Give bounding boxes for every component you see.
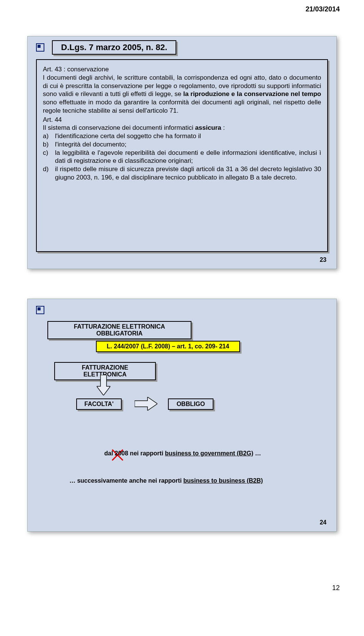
art44-intro: Il sistema di conservazione dei document… — [43, 124, 321, 132]
slides-wrap: D.Lgs. 7 marzo 2005, n. 82. Art. 43 : co… — [0, 13, 364, 576]
facolta-box: FACOLTA' — [76, 398, 122, 410]
b2g-u: business to government (B2G) — [165, 450, 253, 457]
svg-marker-0 — [97, 375, 110, 395]
corner-square-icon — [36, 43, 44, 52]
slide-title-box: D.Lgs. 7 marzo 2005, n. 82. — [52, 40, 176, 55]
list-text: il rispetto delle misure di sicurezza pr… — [55, 165, 321, 181]
slide-title: D.Lgs. 7 marzo 2005, n. 82. — [61, 43, 167, 52]
art43-body: I documenti degli archivi, le scritture … — [43, 74, 321, 115]
list-marker: d) — [43, 165, 53, 173]
document-page-number: 12 — [0, 576, 364, 607]
b2g-pre: dal — [104, 450, 115, 457]
b2g-line: dal 2008 nei rapporti business to govern… — [104, 450, 314, 457]
list-item: d)il rispetto delle misure di sicurezza … — [43, 165, 321, 182]
list-marker: b) — [43, 140, 53, 149]
b2g-mid: nei rapporti — [128, 450, 165, 457]
list-item: b)l'integrità del documento; — [43, 140, 321, 149]
b2b-pre: … successivamente anche nei rapporti — [69, 477, 184, 484]
list-text: la leggibilità e l'agevole reperibilità … — [55, 149, 321, 165]
arrow-down-icon — [97, 375, 110, 395]
header-box: FATTURAZIONE ELETTRONICA OBBLIGATORIA — [47, 321, 191, 339]
b2g-year: 2008 — [115, 450, 129, 457]
corner-square-icon — [36, 306, 44, 314]
b2b-line: … successivamente anche nei rapporti bus… — [69, 477, 314, 484]
slide-page-number: 23 — [320, 257, 326, 263]
slide-content-box: Art. 43 : conservazione I documenti degl… — [36, 59, 328, 252]
list-text: l'identificazione certa del soggetto che… — [55, 132, 201, 140]
b2b-u: business to business (B2B) — [184, 477, 263, 484]
list-marker: c) — [43, 149, 53, 157]
slide-23: D.Lgs. 7 marzo 2005, n. 82. Art. 43 : co… — [27, 36, 337, 269]
list-item: a)l'identificazione certa del soggetto c… — [43, 132, 321, 140]
b2g-end: … — [253, 450, 261, 457]
art43-label: Art. 43 : conservazione — [43, 65, 321, 74]
svg-marker-1 — [135, 397, 157, 411]
page-date: 21/03/2014 — [0, 0, 364, 13]
slide-page-number: 24 — [320, 519, 326, 526]
slide-24: FATTURAZIONE ELETTRONICA OBBLIGATORIA L.… — [27, 299, 337, 532]
list-item: c)la leggibilità e l'agevole reperibilit… — [43, 149, 321, 165]
obbligo-box: OBBLIGO — [168, 398, 213, 410]
art44-list: a)l'identificazione certa del soggetto c… — [43, 132, 321, 182]
list-text: l'integrità del documento; — [55, 141, 126, 148]
art44-label: Art. 44 — [43, 116, 321, 124]
art44-intro-text: Il sistema di conservazione dei document… — [43, 124, 225, 131]
arrow-right-icon — [135, 397, 157, 411]
list-marker: a) — [43, 132, 53, 140]
law-box: L. 244/2007 (L.F. 2008) – art. 1, co. 20… — [96, 341, 240, 352]
art43-body-text: I documenti degli archivi, le scritture … — [43, 74, 321, 114]
